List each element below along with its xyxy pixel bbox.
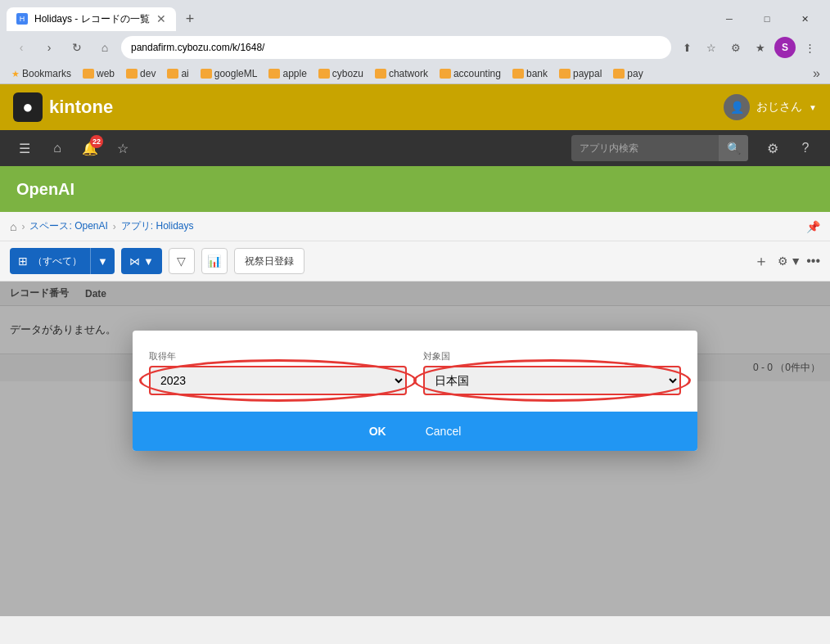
dialog-ok-button[interactable]: OK <box>359 421 396 441</box>
view-select-text: （すべて） <box>33 254 82 268</box>
browser-titlebar: H Holidays - レコードの一覧 ✕ + ─ □ ✕ <box>0 0 830 31</box>
bookmark-folder-icon <box>268 69 280 79</box>
window-controls: ─ □ ✕ <box>710 7 823 31</box>
bookmark-label: bank <box>526 68 548 79</box>
bookmark-item-accounting[interactable]: accounting <box>435 66 506 81</box>
graph-button[interactable]: ⋈ ▼ <box>121 248 162 274</box>
bookmarks-star-icon: ★ <box>11 69 20 79</box>
tab-favicon: H <box>16 13 28 25</box>
country-select[interactable]: 日本国 アメリカ 中国 イギリス <box>423 366 681 395</box>
home-nav-button[interactable]: ⌂ <box>43 133 72 163</box>
space-title: OpenAI <box>16 180 74 199</box>
search-box: 🔍 <box>571 135 748 161</box>
address-input[interactable] <box>121 36 671 59</box>
bookmark-folder-icon <box>440 69 451 79</box>
bookmark-label: chatwork <box>389 68 428 79</box>
maximize-button[interactable]: □ <box>748 7 786 31</box>
dialog: 取得年 2020 2021 2022 2023 2024 2025 <box>133 331 697 451</box>
toolbar-right: ＋ ⚙ ▼ ••• <box>750 250 820 272</box>
bookmark-item-paypal[interactable]: paypal <box>554 66 607 81</box>
bookmark-label: accounting <box>453 68 501 79</box>
kintone-header: ● kintone 👤 おじさん ▼ <box>0 84 830 130</box>
view-selector[interactable]: ⊞ （すべて） ▼ <box>10 248 115 274</box>
search-button[interactable]: 🔍 <box>719 135 748 161</box>
dialog-footer: OK Cancel <box>133 412 697 451</box>
new-tab-button[interactable]: + <box>179 7 201 31</box>
bookmark-folder-icon <box>512 69 524 79</box>
tab-title: Holidays - レコードの一覧 <box>34 12 150 26</box>
profile-button[interactable]: S <box>774 37 796 58</box>
user-avatar-icon: 👤 <box>724 94 750 120</box>
gear-dropdown-icon: ▼ <box>790 254 801 268</box>
breadcrumb-space-link[interactable]: スペース: OpenAI <box>29 219 107 233</box>
bookmark-item-ai[interactable]: ai <box>162 66 193 81</box>
extensions-icon[interactable]: ⚙ <box>725 37 747 58</box>
menu-icon[interactable]: ⋮ <box>799 37 820 58</box>
tab-close-button[interactable]: ✕ <box>156 12 166 25</box>
extensions2-icon[interactable]: ★ <box>750 37 771 58</box>
kintone-user-area[interactable]: 👤 おじさん ▼ <box>724 94 817 120</box>
settings-gear-button[interactable]: ⚙ ▼ <box>778 254 801 268</box>
bookmark-item-dev[interactable]: dev <box>121 66 160 81</box>
dialog-body: 取得年 2020 2021 2022 2023 2024 2025 <box>133 331 697 395</box>
bookmarks-more-button[interactable]: » <box>810 66 823 81</box>
year-field-label: 取得年 <box>149 350 407 363</box>
view-select-dropdown-icon[interactable]: ▼ <box>90 248 115 274</box>
bookmark-label: pay <box>627 68 643 79</box>
filter-button[interactable]: ▽ <box>169 248 195 274</box>
address-icons: ⬆ ☆ ⚙ ★ S ⋮ <box>676 37 820 58</box>
active-tab[interactable]: H Holidays - レコードの一覧 ✕ <box>7 7 176 31</box>
notification-button[interactable]: 🔔 22 <box>75 133 105 163</box>
bookmark-item-web[interactable]: web <box>78 66 120 81</box>
share-icon[interactable]: ⬆ <box>676 37 697 58</box>
forward-button[interactable]: › <box>38 36 61 59</box>
app-search-input[interactable] <box>571 142 719 154</box>
settings-button[interactable]: ⚙ <box>758 133 787 163</box>
breadcrumb-separator: › <box>21 221 25 232</box>
bookmark-item-googleml[interactable]: googleML <box>196 66 263 81</box>
bookmark-star-icon[interactable]: ☆ <box>701 37 722 58</box>
dialog-cancel-button[interactable]: Cancel <box>416 421 471 441</box>
home-button[interactable]: ⌂ <box>93 36 116 59</box>
kintone-navbar: ☰ ⌂ 🔔 22 ☆ 🔍 ⚙ ? <box>0 130 830 166</box>
user-dropdown-chevron-icon: ▼ <box>809 103 817 112</box>
breadcrumb-home-icon[interactable]: ⌂ <box>10 220 16 233</box>
favorites-button[interactable]: ☆ <box>108 133 138 163</box>
notification-badge: 22 <box>90 135 103 148</box>
country-field-label: 対象国 <box>423 350 681 363</box>
bookmarks-bar: ★ Bookmarks web dev ai googleML apple cy… <box>0 64 830 84</box>
address-bar: ‹ › ↻ ⌂ ⬆ ☆ ⚙ ★ S ⋮ <box>0 31 830 64</box>
register-button[interactable]: 祝祭日登録 <box>234 248 304 274</box>
bookmark-item-pay[interactable]: pay <box>608 66 647 81</box>
breadcrumb-app-link[interactable]: アプリ: Holidays <box>121 219 194 233</box>
breadcrumb-pin-icon[interactable]: 📌 <box>806 220 820 233</box>
bookmark-item-chatwork[interactable]: chatwork <box>370 66 433 81</box>
kintone-app: ● kintone 👤 おじさん ▼ ☰ ⌂ 🔔 22 ☆ 🔍 ⚙ ? Open… <box>0 84 830 616</box>
hamburger-menu-button[interactable]: ☰ <box>10 133 39 163</box>
minimize-button[interactable]: ─ <box>710 7 748 31</box>
kintone-toolbar: ⊞ （すべて） ▼ ⋈ ▼ ▽ 📊 祝祭日登録 ＋ ⚙ ▼ ••• <box>0 241 830 281</box>
bookmark-label: paypal <box>573 68 602 79</box>
dialog-field-year: 取得年 2020 2021 2022 2023 2024 2025 <box>149 350 407 395</box>
bookmark-folder-icon <box>167 69 178 79</box>
back-button[interactable]: ‹ <box>10 36 33 59</box>
reload-button[interactable]: ↻ <box>65 36 88 59</box>
breadcrumb: ⌂ › スペース: OpenAI › アプリ: Holidays 📌 <box>0 212 830 241</box>
bookmark-item-bookmarks[interactable]: ★ Bookmarks <box>7 66 76 81</box>
bookmark-item-cybozu[interactable]: cybozu <box>314 66 368 81</box>
bookmark-label: Bookmarks <box>22 68 71 79</box>
chart-button[interactable]: 📊 <box>201 248 228 274</box>
bookmark-item-bank[interactable]: bank <box>507 66 553 81</box>
more-options-button[interactable]: ••• <box>806 254 820 268</box>
dialog-field-country: 対象国 日本国 アメリカ 中国 イギリス <box>423 350 681 395</box>
add-record-button[interactable]: ＋ <box>750 250 773 272</box>
bookmark-folder-icon <box>559 69 571 79</box>
bookmark-folder-icon <box>375 69 386 79</box>
bookmark-folder-icon <box>318 69 330 79</box>
help-button[interactable]: ? <box>791 133 820 163</box>
bookmark-label: apple <box>282 68 306 79</box>
graph-button-arrow: ▼ <box>143 255 154 268</box>
year-select[interactable]: 2020 2021 2022 2023 2024 2025 <box>149 366 407 395</box>
bookmark-item-apple[interactable]: apple <box>264 66 311 81</box>
close-button[interactable]: ✕ <box>786 7 823 31</box>
